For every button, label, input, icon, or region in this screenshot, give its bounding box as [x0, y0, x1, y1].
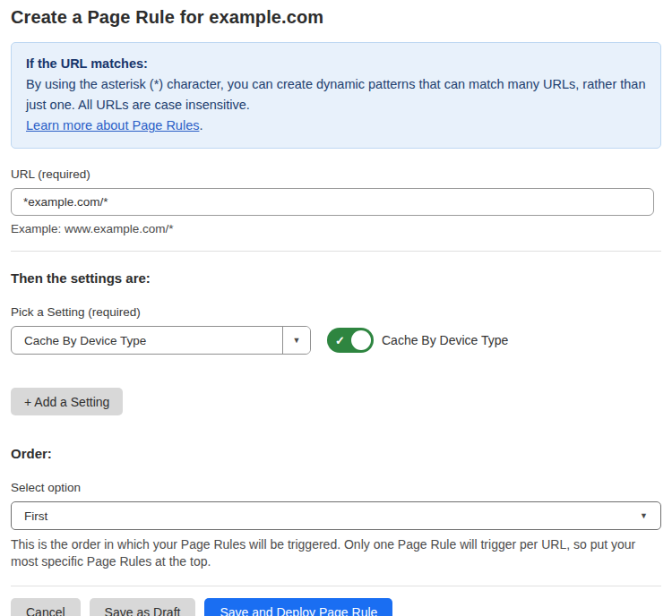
footer-actions: Cancel Save as Draft Save and Deploy Pag…	[11, 598, 661, 616]
save-deploy-button[interactable]: Save and Deploy Page Rule	[204, 598, 392, 616]
cancel-button[interactable]: Cancel	[11, 598, 81, 616]
learn-more-link[interactable]: Learn more about Page Rules	[26, 118, 199, 133]
caret-down-icon: ▼	[293, 337, 301, 345]
setting-row: Cache By Device Type ▼ ✓ Cache By Device…	[11, 326, 661, 355]
divider	[11, 586, 661, 586]
check-icon: ✓	[335, 334, 345, 347]
setting-dropdown-value: Cache By Device Type	[12, 327, 282, 354]
create-page-rule-form: Create a Page Rule for example.com If th…	[0, 0, 672, 616]
link-suffix: .	[199, 118, 202, 133]
caret-down-icon: ▼	[640, 512, 648, 520]
order-select[interactable]: First ▼	[11, 501, 661, 530]
page-title: Create a Page Rule for example.com	[11, 7, 661, 28]
order-select-label: Select option	[11, 481, 661, 494]
toggle-knob	[351, 330, 371, 350]
save-draft-button[interactable]: Save as Draft	[90, 598, 196, 616]
url-match-info-box: If the URL matches: By using the asteris…	[11, 42, 661, 149]
settings-section-heading: Then the settings are:	[11, 270, 661, 286]
setting-toggle[interactable]: ✓	[327, 328, 374, 353]
info-box-heading: If the URL matches:	[26, 54, 646, 74]
setting-picker-label: Pick a Setting (required)	[11, 305, 661, 319]
url-label: URL (required)	[11, 167, 661, 181]
order-help-text: This is the order in which your Page Rul…	[11, 536, 656, 570]
info-box-link-line: Learn more about Page Rules.	[26, 116, 646, 136]
info-box-body: By using the asterisk (*) character, you…	[26, 74, 646, 116]
add-setting-button[interactable]: + Add a Setting	[11, 388, 123, 415]
order-select-value: First	[24, 509, 640, 523]
toggle-label: Cache By Device Type	[382, 333, 508, 347]
url-example-text: Example: www.example.com/*	[11, 222, 661, 235]
dropdown-arrow-button[interactable]: ▼	[282, 327, 310, 354]
setting-dropdown[interactable]: Cache By Device Type ▼	[11, 326, 311, 355]
url-input[interactable]	[11, 188, 654, 216]
order-section-heading: Order:	[11, 446, 661, 461]
divider	[11, 251, 661, 252]
